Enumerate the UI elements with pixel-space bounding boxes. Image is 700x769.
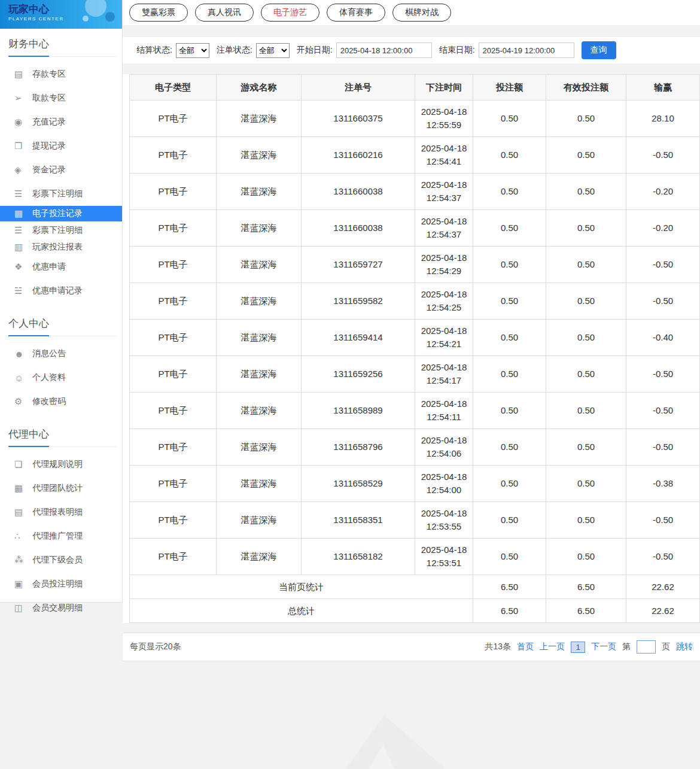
recharge-records-icon: ◉ [14,117,32,127]
cell-bet-amount: 0.50 [473,393,546,429]
table-row: PT电子 湛蓝深海 1311659414 2025-04-1812:54:21 … [130,320,700,356]
cell-bet-time: 2025-04-1812:54:37 [415,210,473,247]
next-page-link[interactable]: 下一页 [591,642,616,652]
table-row: PT电子 湛蓝深海 1311658351 2025-04-1812:53:55 … [130,502,700,539]
end-date-input[interactable] [479,42,574,58]
sidebar-section: 代理中心 ❏ 代理规则说明 ▦ 代理团队统计 ▤ 代理报表明细 ∴ 代理推广管理… [0,427,122,625]
cell-game-name: 湛蓝深海 [217,502,302,539]
table-row: PT电子 湛蓝深海 1311660038 2025-04-1812:54:37 … [130,174,700,210]
sidebar-item-withdrawal-records[interactable]: ❒ 提现记录 [0,134,122,158]
sidebar-sections: 财务中心 ▤ 存款专区 ➢ 取款专区 ◉ 充值记录 ❒ 提现记录 ◈ 资金记录 … [0,37,122,625]
page-summary-bet: 6.50 [473,575,546,599]
tab-sports[interactable]: 体育赛事 [327,4,385,22]
cell-order-number: 1311660216 [302,137,415,174]
table-row: PT电子 湛蓝深海 1311658182 2025-04-1812:53:51 … [130,539,700,575]
player-bet-report-icon: ▥ [14,242,32,253]
page-size-text: 每页显示20条 [130,642,181,652]
sidebar-item-label: 消息公告 [32,348,66,359]
cell-valid-bet-amount: 0.50 [546,429,626,466]
cell-bet-time: 2025-04-1812:54:25 [415,283,473,320]
sidebar-item-electronic-bet-records[interactable]: ▦ 电子投注记录 [0,206,122,221]
cell-bet-amount: 0.50 [473,174,546,210]
sidebar-item-agent-report-details[interactable]: ▤ 代理报表明细 [0,500,122,524]
promotion-apply-records-icon: ☱ [14,285,32,296]
cell-electronic-type: PT电子 [130,137,217,174]
withdraw-icon: ➢ [14,93,32,104]
sidebar-item-deposit-zone[interactable]: ▤ 存款专区 [0,62,122,86]
start-date-label: 开始日期: [297,45,333,56]
cell-game-name: 湛蓝深海 [217,320,302,356]
table-row: PT电子 湛蓝深海 1311658796 2025-04-1812:54:06 … [130,429,700,466]
cell-electronic-type: PT电子 [130,320,217,356]
tab-lottery[interactable]: 雙赢彩票 [129,4,188,22]
share-icon: ∴ [14,531,32,542]
members-icon: ⁂ [14,555,32,566]
document-icon: ❏ [14,459,32,470]
first-page-link[interactable]: 首页 [517,642,534,652]
sidebar-section: 个人中心 ☻ 消息公告 ☺ 个人资料 ⚙ 修改密码 [0,317,122,419]
sidebar-item-member-transactions[interactable]: ◫ 会员交易明细 [0,596,122,620]
cell-win-loss: -0.20 [626,210,700,247]
order-status-label: 注单状态: [217,45,252,56]
sidebar-item-agent-rules[interactable]: ❏ 代理规则说明 [0,452,122,476]
sidebar-item-label: 提现记录 [32,141,66,151]
sidebar-item-lottery-bet-details[interactable]: ☰ 彩票下注明细 [0,182,122,206]
column-header: 有效投注额 [546,75,626,101]
sidebar-item-recharge-records[interactable]: ◉ 充值记录 [0,110,122,134]
background-watermark [332,715,446,769]
jump-link[interactable]: 跳转 [676,642,693,652]
member-bet-details-icon: ▣ [14,579,32,589]
settle-status-select[interactable]: 全部 [176,43,209,58]
prev-page-link[interactable]: 上一页 [540,642,565,652]
table-header-row: 电子类型 游戏名称 注单号 下注时间 投注额 有效投注额 输赢 [130,75,700,101]
tab-board-games[interactable]: 棋牌对战 [392,4,451,22]
sidebar-header: 玩家中心 PLAYERS CENTER [0,0,122,29]
order-status-select[interactable]: 全部 [256,43,290,58]
sidebar-item-label: 代理规则说明 [32,459,83,470]
sidebar-item-member-bet-details[interactable]: ▣ 会员投注明细 [0,572,122,596]
search-button[interactable]: 查询 [582,41,616,59]
sidebar-item-label: 电子投注记录 [32,208,83,219]
sidebar-item-list: ▤ 存款专区 ➢ 取款专区 ◉ 充值记录 ❒ 提现记录 ◈ 资金记录 ☰ 彩票下… [0,57,122,308]
sidebar-item-player-bet-report[interactable]: ▥ 玩家投注报表 [0,239,122,255]
tab-label: 棋牌对战 [405,7,439,17]
sidebar-item-withdraw-zone[interactable]: ➢ 取款专区 [0,86,122,110]
sidebar-item-lottery-bet-details-2[interactable]: ☰ 彩票下注明细 [0,221,122,239]
cell-valid-bet-amount: 0.50 [546,466,626,502]
tab-live-video[interactable]: 真人视讯 [195,4,254,22]
cell-bet-time: 2025-04-1812:54:21 [415,320,473,356]
sidebar-item-label: 优惠申请记录 [32,285,83,296]
electronic-bet-records-icon: ▦ [14,208,32,219]
sidebar-item-agent-team-stats[interactable]: ▦ 代理团队统计 [0,476,122,500]
sidebar-item-agent-promotion[interactable]: ∴ 代理推广管理 [0,524,122,548]
sidebar-item-agent-sub-members[interactable]: ⁂ 代理下级会员 [0,548,122,572]
start-date-input[interactable] [336,42,432,58]
sidebar-item-change-password[interactable]: ⚙ 修改密码 [0,390,122,414]
sidebar-item-promo-apply[interactable]: ❖ 优惠申请 [0,255,122,279]
cell-win-loss: -0.50 [626,393,700,429]
cell-win-loss: -0.50 [626,356,700,393]
current-page-number[interactable]: 1 [571,642,585,653]
sidebar-item-funds-records[interactable]: ◈ 资金记录 [0,158,122,182]
table-row: PT电子 湛蓝深海 1311660216 2025-04-1812:54:41 … [130,137,700,174]
tab-label: 体育赛事 [339,7,373,17]
tab-electronic-games[interactable]: 电子游艺 [261,4,319,22]
cell-win-loss: 28.10 [626,101,700,137]
cell-valid-bet-amount: 0.50 [546,356,626,393]
cell-electronic-type: PT电子 [130,101,217,137]
column-header: 下注时间 [415,75,473,101]
sidebar-item-list: ❏ 代理规则说明 ▦ 代理团队统计 ▤ 代理报表明细 ∴ 代理推广管理 ⁂ 代理… [0,447,122,625]
cell-electronic-type: PT电子 [130,356,217,393]
cell-order-number: 1311659582 [302,283,415,320]
sidebar-item-profile[interactable]: ☺ 个人资料 [0,366,122,390]
table-row: PT电子 湛蓝深海 1311660038 2025-04-1812:54:37 … [130,210,700,247]
cell-bet-time: 2025-04-1812:54:37 [415,174,473,210]
cell-bet-amount: 0.50 [473,466,546,502]
sidebar-item-label: 代理报表明细 [32,507,83,518]
page-number-input[interactable] [637,640,656,654]
sidebar: 玩家中心 PLAYERS CENTER 财务中心 ▤ 存款专区 ➢ 取款专区 ◉… [0,0,123,603]
cell-win-loss: -0.40 [626,320,700,356]
sidebar-item-messages[interactable]: ☻ 消息公告 [0,342,122,366]
sidebar-item-promo-apply-records[interactable]: ☱ 优惠申请记录 [0,279,122,303]
sidebar-item-label: 会员投注明细 [32,579,83,589]
